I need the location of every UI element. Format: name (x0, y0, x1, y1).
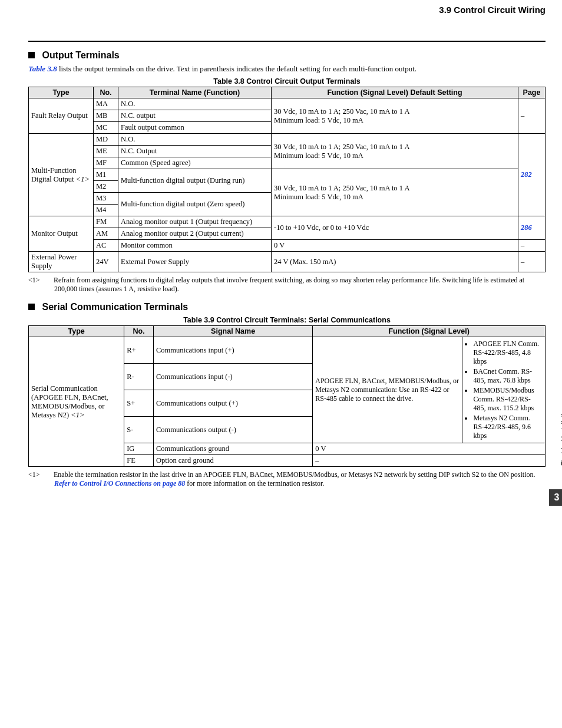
table-row: Fault Relay Output MA N.O. 30 Vdc, 10 mA… (29, 98, 546, 110)
cell-type: External Power Supply (29, 252, 94, 272)
heading-serial-terminals: Serial Communication Terminals (28, 302, 546, 312)
cell-name: N.O. (118, 98, 272, 110)
table-ref-link[interactable]: Table 3.8 (28, 64, 57, 73)
footnote-text: Refrain from assigning functions to digi… (54, 276, 524, 293)
cell-type: Multi-Function Digital Output <1> (29, 134, 94, 216)
cell-func-shared: APOGEE FLN, BACnet, MEMOBUS/Modbus, or M… (313, 337, 462, 443)
heading-output-terminals: Output Terminals (28, 50, 546, 61)
footnote-tag: <1> (28, 276, 52, 285)
col-no: No. (94, 87, 118, 98)
cell-no: S- (124, 417, 154, 443)
cell-name: Communications output (-) (153, 417, 312, 443)
cell-name: Communications ground (153, 443, 312, 455)
footnote-1: <1> Refrain from assigning functions to … (28, 276, 546, 294)
cell-no: MA (94, 98, 118, 110)
col-no: No. (124, 326, 154, 337)
cell-name: External Power Supply (118, 252, 272, 272)
table-3-9: Type No. Signal Name Function (Signal Le… (28, 325, 546, 467)
cell-func: 24 V (Max. 150 mA) (272, 252, 518, 272)
col-name: Signal Name (153, 326, 312, 337)
cell-name: Communications output (+) (153, 390, 312, 417)
cell-no: AC (94, 240, 118, 252)
cell-name: Common (Speed agree) (118, 157, 272, 169)
cell-name: Fault output common (118, 122, 272, 134)
cell-name: Analog monitor output 1 (Output frequenc… (118, 216, 272, 228)
cell-name: N.O. (118, 134, 272, 146)
table-header-row: Type No. Terminal Name (Function) Functi… (29, 87, 546, 98)
col-type: Type (29, 87, 94, 98)
col-name: Terminal Name (Function) (118, 87, 272, 98)
cell-func: -10 to +10 Vdc, or 0 to +10 Vdc (272, 216, 518, 240)
table-header-row: Type No. Signal Name Function (Signal Le… (29, 326, 546, 337)
page-link[interactable]: 286 (518, 216, 546, 240)
cell-func: 30 Vdc, 10 mA to 1 A; 250 Vac, 10 mA to … (272, 169, 518, 216)
signal-level-list: APOGEE FLN Comm. RS-422/RS-485, 4.8 kbps… (465, 340, 543, 440)
footnote-post: for more information on the termination … (185, 479, 324, 487)
cell-func: 0 V (313, 443, 546, 455)
cell-func: – (313, 455, 546, 467)
cell-no: 24V (94, 252, 118, 272)
list-item: Metasys N2 Comm. RS-422/RS-485, 9.6 kbps (473, 414, 543, 440)
cell-name: Option card ground (153, 455, 312, 467)
cell-no: MF (94, 157, 118, 169)
table-row: Serial Communication (APOGEE FLN, BACnet… (29, 337, 546, 364)
cell-name: Communications input (-) (153, 364, 312, 390)
heading-text: Serial Communication Terminals (42, 302, 188, 312)
col-func: Function (Signal Level) Default Setting (272, 87, 518, 98)
cell-no: S+ (124, 390, 154, 417)
cell-no: M3 (94, 193, 118, 205)
cell-no: M1 (94, 169, 118, 181)
list-item: MEMOBUS/Modbus Comm. RS-422/RS-485, max.… (473, 386, 543, 413)
running-header: 3.9 Control Circuit Wiring (28, 0, 546, 17)
chapter-tab: 3 (549, 489, 562, 506)
header-rule (28, 41, 546, 42)
cell-name: N.C. Output (118, 146, 272, 157)
cell-page: – (518, 98, 546, 134)
cell-no: M4 (94, 205, 118, 216)
footnote-pre: Enable the termination resistor in the l… (54, 470, 535, 479)
cell-func-list: APOGEE FLN Comm. RS-422/RS-485, 4.8 kbps… (462, 337, 546, 443)
square-bullet-icon (28, 52, 35, 58)
cell-func: 30 Vdc, 10 mA to 1 A; 250 Vac, 10 mA to … (272, 134, 518, 169)
cell-type: Fault Relay Output (29, 98, 94, 134)
cell-type: Serial Communication (APOGEE FLN, BACnet… (29, 337, 124, 467)
table-3-8-caption: Table 3.8 Control Circuit Output Termina… (28, 77, 546, 85)
cell-no: M2 (94, 181, 118, 193)
cross-ref-link[interactable]: Refer to Control I/O Connections on page… (54, 479, 185, 487)
cell-no: FM (94, 216, 118, 228)
cell-no: MB (94, 110, 118, 122)
table-row: External Power Supply 24V External Power… (29, 252, 546, 272)
intro-rest: lists the output terminals on the drive.… (57, 64, 416, 73)
cell-name: Monitor common (118, 240, 272, 252)
cell-func: 30 Vdc, 10 mA to 1 A; 250 Vac, 10 mA to … (272, 98, 518, 134)
table-row: Multi-Function Digital Output <1> MD N.O… (29, 134, 546, 146)
table-3-9-caption: Table 3.9 Control Circuit Terminals: Ser… (28, 316, 546, 324)
cell-no: FE (124, 455, 154, 467)
cell-func: 0 V (272, 240, 518, 252)
intro-paragraph: Table 3.8 lists the output terminals on … (28, 64, 546, 74)
cell-page: – (518, 252, 546, 272)
cell-no: MC (94, 122, 118, 134)
cell-no: R- (124, 364, 154, 390)
list-item: BACnet Comm. RS-485, max. 76.8 kbps (473, 367, 543, 385)
cell-type: Monitor Output (29, 216, 94, 252)
heading-text: Output Terminals (42, 50, 119, 60)
cell-no: IG (124, 443, 154, 455)
cell-page: – (518, 240, 546, 252)
square-bullet-icon (28, 304, 35, 310)
footnote-ref: <1> (71, 411, 84, 419)
col-page: Page (518, 87, 546, 98)
list-item: APOGEE FLN Comm. RS-422/RS-485, 4.8 kbps (473, 340, 543, 366)
table-row: Monitor Output FM Analog monitor output … (29, 216, 546, 228)
col-func: Function (Signal Level) (313, 326, 546, 337)
col-type: Type (29, 326, 124, 337)
table-3-8: Type No. Terminal Name (Function) Functi… (28, 87, 546, 272)
cell-no: AM (94, 228, 118, 240)
cell-name: N.C. output (118, 110, 272, 122)
cell-name: Communications input (+) (153, 337, 312, 364)
table-row: AC Monitor common 0 V – (29, 240, 546, 252)
cell-no: MD (94, 134, 118, 146)
page-link[interactable]: 282 (518, 134, 546, 216)
cell-no: ME (94, 146, 118, 157)
cell-no: R+ (124, 337, 154, 364)
